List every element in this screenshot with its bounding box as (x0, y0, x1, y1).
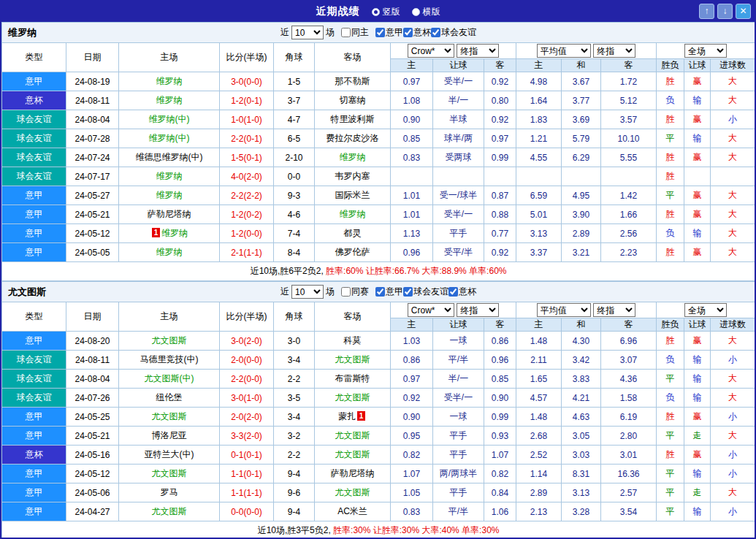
match-score: 1-5(0-1) (220, 148, 274, 167)
filter-league-1[interactable]: 球会友谊 (403, 286, 448, 298)
avg-home: 1.83 (516, 110, 562, 129)
odds-away: 0.92 (484, 110, 516, 129)
odds-stage-select[interactable]: 终指 (457, 303, 499, 317)
scope-select[interactable]: 全场 (684, 303, 727, 317)
filter-league-1[interactable]: 意杯 (403, 26, 431, 39)
filter-league-0-checkbox[interactable] (375, 28, 385, 37)
match-score: 2-0(0-0) (220, 351, 274, 370)
column-header: 让球 (433, 318, 484, 332)
filter-league-0[interactable]: 意甲 (375, 286, 403, 298)
column-header: 让球 (684, 318, 711, 332)
avg-home: 4.55 (516, 148, 562, 167)
odds-away: 0.99 (484, 148, 516, 167)
section-summary: 近10场,胜3平5负2, 胜率:30% 让胜率:30% 大率:40% 单率:30… (2, 521, 755, 538)
filter-same-checkbox[interactable] (341, 28, 351, 37)
layout-radio-horizontal[interactable]: 横版 (412, 6, 440, 18)
recent-count-select[interactable]: 10 (291, 26, 324, 39)
away-team: 费拉尔皮沙洛 (315, 129, 391, 148)
odds-stage-select[interactable]: 终指 (457, 44, 499, 58)
page-title: 近期战绩 (316, 5, 360, 18)
filter-same-checkbox[interactable] (341, 287, 351, 297)
home-team: 尤文图斯 (119, 502, 220, 521)
filter-league-0-label: 意甲 (386, 286, 403, 298)
close-icon[interactable]: ✕ (736, 4, 751, 19)
odds-home: 1.01 (391, 186, 433, 205)
odds-handicap: 半/一 (433, 91, 484, 110)
avg-home: 2.11 (516, 351, 562, 370)
filter-league-0[interactable]: 意甲 (375, 26, 403, 39)
recent-count-select[interactable]: 10 (291, 285, 324, 299)
result-win-loss: 胜 (657, 243, 684, 262)
odds-away: 0.77 (484, 224, 516, 243)
filter-same[interactable]: 同赛 (341, 286, 369, 298)
league-type-badge: 意杯 (2, 446, 66, 465)
odds-handicap: 受半/一 (433, 389, 484, 408)
column-header: 主 (391, 59, 433, 72)
home-team: 尤文图斯 (119, 408, 220, 427)
avg-home (516, 167, 562, 186)
filter-league-2-checkbox[interactable] (448, 287, 458, 297)
corner-score: 3-4 (274, 408, 315, 427)
column-header: 主场 (119, 302, 220, 332)
column-header: 和 (562, 318, 601, 332)
match-score: 0-0(0-0) (220, 502, 274, 521)
avg-home: 5.01 (516, 205, 562, 224)
avg-source-select[interactable]: 平均值 (537, 303, 591, 317)
odds-handicap: 球半/两 (433, 129, 484, 148)
match-date: 24-07-26 (66, 389, 119, 408)
filter-same[interactable]: 同主 (341, 26, 369, 39)
filter-league-2[interactable]: 意杯 (448, 286, 476, 298)
column-header: 日期 (66, 302, 119, 332)
avg-dropdown-cell: 平均值 终指 (516, 43, 657, 59)
home-team: 萨勒尼塔纳 (119, 205, 220, 224)
result-goals: 小 (711, 446, 755, 465)
avg-source-select[interactable]: 平均值 (537, 44, 591, 58)
avg-draw: 6.29 (562, 148, 601, 167)
avg-home: 4.98 (516, 72, 562, 91)
match-score: 2-2(0-0) (220, 370, 274, 389)
result-handicap: 输 (684, 465, 711, 483)
scroll-down-icon[interactable]: ↓ (717, 4, 733, 19)
result-win-loss: 胜 (657, 332, 684, 351)
result-handicap (684, 167, 711, 186)
result-handicap: 赢 (684, 243, 711, 262)
avg-draw (562, 167, 601, 186)
match-score: 3-0(0-0) (220, 72, 274, 91)
home-team: 罗马 (119, 483, 220, 502)
red-card-badge: 1 (357, 411, 365, 421)
home-team: 维罗纳(中) (119, 129, 220, 148)
filter-league-0-checkbox[interactable] (375, 287, 385, 297)
column-header: 角球 (274, 302, 315, 332)
league-type-badge: 球会友谊 (2, 351, 66, 370)
scope-select[interactable]: 全场 (684, 44, 727, 58)
odds-company-select[interactable]: Crow* (408, 303, 454, 317)
result-handicap: 输 (684, 351, 711, 370)
result-goals: 小 (711, 351, 755, 370)
odds-away: 1.07 (484, 446, 516, 465)
odds-handicap: 平/半 (433, 351, 484, 370)
corner-score: 9-4 (274, 502, 315, 521)
avg-home: 1.14 (516, 465, 562, 483)
filter-league-2-checkbox[interactable] (431, 28, 440, 37)
layout-radio-vertical[interactable]: 竖版 (372, 6, 400, 18)
filter-league-1-checkbox[interactable] (403, 287, 413, 297)
home-team: 马德里竞技(中) (119, 351, 220, 370)
result-handicap: 输 (684, 502, 711, 521)
odds-company-select[interactable]: Crow* (408, 44, 454, 58)
filter-league-1-checkbox[interactable] (403, 28, 413, 37)
result-win-loss: 胜 (657, 148, 684, 167)
filter-controls: 近10场同主意甲意杯球会友谊 (280, 26, 476, 39)
avg-home: 3.37 (516, 243, 562, 262)
column-header: 让球 (433, 59, 484, 72)
corner-score: 9-4 (274, 465, 315, 483)
avg-stage-select[interactable]: 终指 (593, 44, 635, 58)
match-row: 球会友谊24-07-28维罗纳(中)2-2(0-1)6-5费拉尔皮沙洛0.85球… (2, 129, 755, 148)
filter-league-2[interactable]: 球会友谊 (431, 26, 476, 39)
odds-dropdown-cell: Crow* 终指 (391, 302, 516, 318)
scroll-up-icon[interactable]: ↑ (699, 4, 714, 19)
result-handicap: 赢 (684, 148, 711, 167)
away-team: 维罗纳 (315, 205, 391, 224)
match-date: 24-05-06 (66, 483, 119, 502)
avg-stage-select[interactable]: 终指 (593, 303, 635, 317)
avg-home: 2.68 (516, 427, 562, 446)
